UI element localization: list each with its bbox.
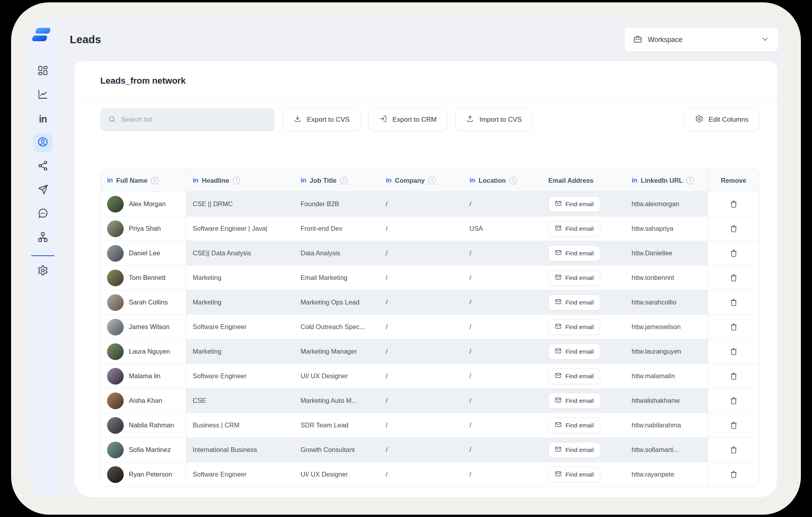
headline-cell: Marketing — [186, 290, 294, 314]
sidebar-item-settings[interactable] — [33, 262, 52, 281]
trash-icon[interactable] — [726, 393, 741, 409]
trash-icon[interactable] — [726, 221, 741, 237]
column-label: Remove — [721, 177, 746, 184]
trash-icon[interactable] — [726, 196, 741, 212]
sidebar-item-workflows[interactable] — [33, 228, 52, 247]
info-icon[interactable]: ! — [686, 177, 694, 184]
info-icon[interactable]: ! — [340, 177, 348, 184]
table-body: Alex MorganCSE || DRMCFounder B2B//Find … — [101, 192, 759, 486]
location-cell: / — [463, 462, 542, 486]
headline-cell: Software Engineer — [186, 364, 294, 388]
sidebar-item-campaigns[interactable] — [33, 181, 52, 200]
find-email-button[interactable]: Find email — [548, 245, 600, 261]
workspace-dropdown[interactable]: Workspace — [624, 27, 779, 52]
trash-icon[interactable] — [726, 442, 741, 458]
sidebar-item-messages[interactable] — [33, 205, 52, 224]
job-title-cell: Cold Outreach Spec... — [294, 315, 379, 339]
linkedin-icon: in — [469, 176, 475, 184]
org-icon — [37, 232, 48, 244]
sidebar-item-leads[interactable] — [33, 133, 52, 152]
info-icon[interactable]: ! — [428, 177, 436, 184]
topbar: Leads Workspace — [59, 18, 785, 61]
sidebar-item-dashboard[interactable] — [33, 62, 52, 81]
location-cell: / — [463, 315, 542, 339]
toolbar: Export to CVS Export to CRM Import to CV… — [100, 108, 759, 131]
company-cell: / — [379, 216, 463, 241]
location-cell: / — [463, 290, 542, 314]
linkedin-icon: in — [301, 176, 306, 184]
find-email-button[interactable]: Find email — [548, 270, 600, 286]
trash-icon[interactable] — [726, 417, 741, 433]
location-cell: / — [463, 339, 542, 364]
linkedin-url-cell: httwalishakhanw — [625, 389, 708, 413]
company-cell: / — [379, 462, 463, 486]
headline-cell: CSE || DRMC — [186, 192, 294, 216]
sidebar-item-analytics[interactable] — [33, 86, 52, 105]
download-icon — [293, 115, 302, 125]
sidebar: in — [27, 18, 59, 497]
remove-cell — [708, 413, 759, 437]
remove-cell — [708, 438, 759, 462]
column-header-company: inCompany! — [379, 169, 463, 191]
export-to-cvs-button[interactable]: Export to CVS — [283, 108, 360, 131]
find-email-button[interactable]: Find email — [548, 442, 600, 458]
find-email-button[interactable]: Find email — [548, 393, 600, 409]
find-email-button[interactable]: Find email — [548, 467, 600, 483]
remove-cell — [708, 339, 759, 364]
info-icon[interactable]: ! — [151, 177, 159, 184]
location-cell: / — [463, 413, 542, 437]
search-input[interactable] — [121, 116, 267, 124]
full-name-cell: Sofia Martinez — [101, 438, 186, 462]
trash-icon[interactable] — [726, 368, 741, 384]
linkedin-url-cell: httw.jameswilson — [625, 315, 708, 339]
find-email-button[interactable]: Find email — [548, 368, 600, 384]
company-cell: / — [379, 290, 463, 314]
avatar — [107, 417, 124, 434]
trash-icon[interactable] — [726, 245, 741, 261]
trash-icon[interactable] — [726, 270, 741, 286]
full-name-cell: James Wilson — [101, 315, 186, 339]
remove-cell — [708, 290, 759, 314]
full-name-cell: Tom Bennett — [101, 266, 186, 290]
sidebar-item-share[interactable] — [33, 157, 52, 176]
find-email-button[interactable]: Find email — [548, 221, 600, 237]
search-box — [100, 108, 275, 131]
column-header-headline: inHeadline! — [186, 169, 294, 191]
trash-icon[interactable] — [726, 467, 741, 483]
linkedin-icon: in — [386, 176, 391, 184]
linkedin-url-cell: httw.malamalin — [625, 364, 708, 388]
edit-columns-button[interactable]: Edit Columns — [684, 108, 759, 131]
find-email-button[interactable]: Find email — [548, 417, 600, 433]
find-email-label: Find email — [565, 250, 594, 257]
trash-icon[interactable] — [726, 319, 741, 335]
sidebar-nav: in — [31, 62, 54, 285]
location-cell: / — [463, 266, 542, 290]
find-email-button[interactable]: Find email — [548, 295, 600, 310]
find-email-button[interactable]: Find email — [548, 319, 600, 335]
job-title-cell: Growth Consultant — [294, 438, 379, 462]
send-icon — [37, 184, 48, 197]
avatar — [107, 270, 124, 286]
info-icon[interactable]: ! — [509, 177, 517, 184]
column-label: Headline — [202, 177, 229, 184]
job-title-cell: Founder B2B — [294, 192, 379, 216]
linkedin-icon: in — [632, 176, 637, 184]
main-area: Leads Workspace Leads_from network — [59, 18, 785, 497]
chart-icon — [37, 89, 48, 101]
find-email-button[interactable]: Find email — [548, 196, 600, 212]
briefcase-icon — [633, 34, 642, 45]
info-icon[interactable]: ! — [233, 177, 240, 184]
full-name-cell: Nabila Rahman — [101, 413, 186, 437]
export-to-crm-button[interactable]: Export to CRM — [368, 108, 447, 131]
job-title-cell: SDR Team Lead — [294, 413, 379, 437]
avatar — [107, 343, 124, 360]
location-cell: / — [463, 389, 542, 413]
headline-cell: Software Engineer — [186, 462, 294, 486]
trash-icon[interactable] — [726, 344, 741, 360]
linkedin-url-cell: httw.sahapriya — [625, 216, 708, 241]
find-email-button[interactable]: Find email — [548, 344, 600, 360]
email-cell: Find email — [542, 216, 625, 241]
sidebar-item-linkedin[interactable]: in — [33, 109, 52, 128]
trash-icon[interactable] — [726, 295, 741, 310]
import-to-cvs-button[interactable]: Import to CVS — [455, 108, 532, 131]
